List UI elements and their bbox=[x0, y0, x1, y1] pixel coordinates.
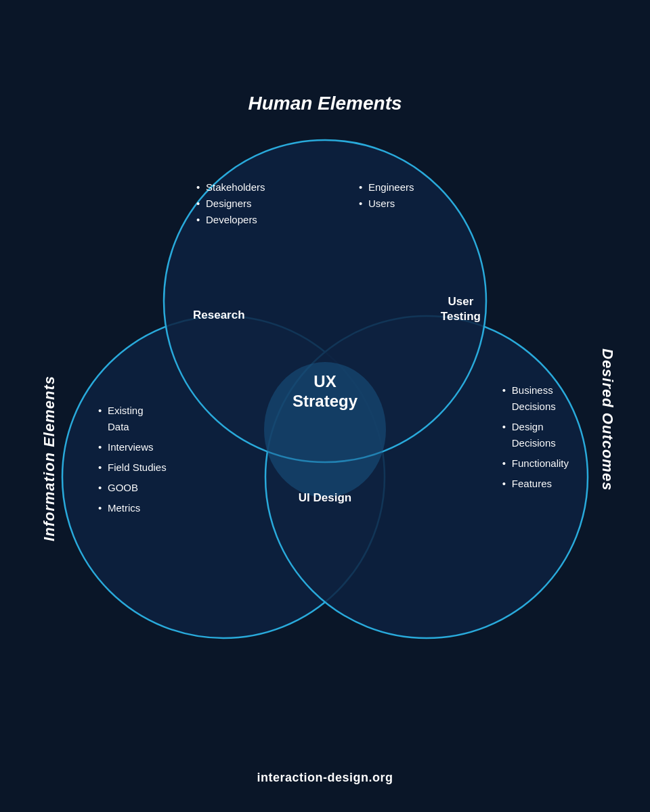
item-business-decisions: BusinessDecisions bbox=[502, 382, 569, 415]
item-goob: GOOB bbox=[98, 480, 167, 496]
item-design-decisions: DesignDecisions bbox=[502, 419, 569, 451]
item-existing-data: ExistingData bbox=[98, 403, 167, 435]
intersection-user-testing: UserTesting bbox=[441, 294, 481, 324]
human-elements-right: Engineers Users bbox=[359, 179, 414, 212]
item-interviews: Interviews bbox=[98, 439, 167, 455]
label-human-elements: Human Elements bbox=[248, 91, 402, 116]
desired-outcomes-items: BusinessDecisions DesignDecisions Functi… bbox=[502, 382, 569, 492]
item-users: Users bbox=[359, 196, 414, 212]
human-elements-left: Stakeholders Designers Developers bbox=[196, 179, 265, 228]
item-features: Features bbox=[502, 476, 569, 492]
intersection-ui-design: UI Design bbox=[299, 491, 351, 505]
page-container: Human Elements Information Elements Desi… bbox=[0, 0, 650, 812]
item-designers: Designers bbox=[196, 196, 265, 212]
item-metrics: Metrics bbox=[98, 500, 167, 516]
label-information-elements: Information Elements bbox=[41, 376, 58, 541]
item-developers: Developers bbox=[196, 212, 265, 228]
item-engineers: Engineers bbox=[359, 179, 414, 196]
center-ux-strategy: UXStrategy bbox=[292, 372, 358, 411]
label-desired-outcomes: Desired Outcomes bbox=[599, 348, 616, 491]
venn-diagram: Human Elements Information Elements Desi… bbox=[61, 91, 589, 700]
information-elements-items: ExistingData Interviews Field Studies GO… bbox=[98, 403, 167, 516]
intersection-research: Research bbox=[193, 308, 245, 323]
item-stakeholders: Stakeholders bbox=[196, 179, 265, 196]
item-functionality: Functionality bbox=[502, 455, 569, 472]
item-field-studies: Field Studies bbox=[98, 459, 167, 476]
footer-website: interaction-design.org bbox=[257, 771, 393, 785]
